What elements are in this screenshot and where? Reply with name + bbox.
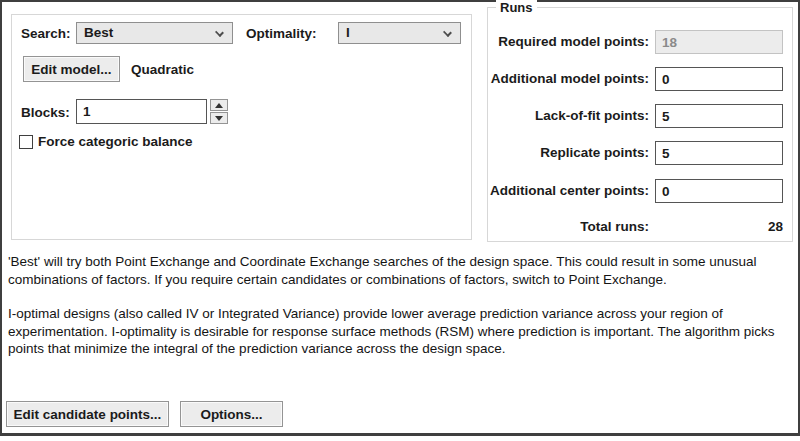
search-options-group: Search: Best Optimality: I Edit model...… (11, 14, 472, 240)
replicate-points-label: Replicate points: (488, 145, 649, 160)
blocks-label: Blocks: (21, 105, 70, 120)
optimality-label: Optimality: (246, 26, 317, 41)
lack-of-fit-points-label: Lack-of-fit points: (488, 108, 649, 123)
force-categoric-balance-label: Force categoric balance (38, 134, 193, 149)
search-dropdown-value: Best (84, 25, 113, 40)
options-button[interactable]: Options... (180, 401, 283, 427)
additional-center-points-input[interactable] (655, 179, 783, 203)
chevron-down-icon (215, 28, 224, 37)
required-model-points-label: Required model points: (488, 34, 649, 49)
search-dropdown[interactable]: Best (76, 22, 233, 44)
additional-model-points-input[interactable] (655, 67, 783, 91)
chevron-down-icon (443, 28, 452, 37)
edit-model-button[interactable]: Edit model... (23, 56, 120, 82)
stepper-up-button[interactable] (210, 99, 228, 111)
design-options-dialog: Search: Best Optimality: I Edit model...… (0, 0, 800, 441)
model-name-text: Quadratic (131, 62, 194, 77)
total-runs-label: Total runs: (488, 219, 649, 234)
edit-candidate-points-button[interactable]: Edit candidate points... (6, 401, 169, 427)
blocks-stepper (210, 99, 228, 124)
arrow-down-icon (215, 116, 223, 121)
optimality-dropdown[interactable]: I (338, 22, 461, 44)
force-categoric-balance-option[interactable]: Force categoric balance (19, 134, 193, 149)
stepper-down-button[interactable] (210, 112, 228, 124)
force-categoric-balance-checkbox[interactable] (19, 135, 33, 149)
runs-group: Runs Required model points: Additional m… (487, 7, 793, 242)
best-search-description: 'Best' will try both Point Exchange and … (8, 253, 783, 288)
help-text: 'Best' will try both Point Exchange and … (8, 253, 783, 358)
runs-group-title: Runs (496, 0, 537, 15)
additional-model-points-label: Additional model points: (488, 71, 649, 86)
replicate-points-input[interactable] (655, 141, 783, 165)
optimality-dropdown-value: I (346, 25, 350, 40)
search-label: Search: (21, 26, 71, 41)
arrow-up-icon (215, 103, 223, 108)
lack-of-fit-points-input[interactable] (655, 104, 783, 128)
total-runs-value: 28 (655, 219, 783, 234)
i-optimality-description: I-optimal designs (also called IV or Int… (8, 305, 783, 358)
blocks-input[interactable] (76, 99, 207, 124)
required-model-points-input (655, 30, 783, 54)
additional-center-points-label: Additional center points: (488, 183, 649, 198)
